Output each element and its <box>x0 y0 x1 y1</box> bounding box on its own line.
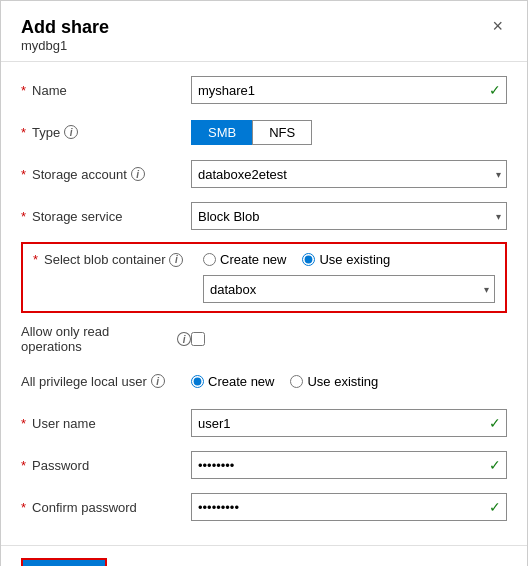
blob-container-info-icon: i <box>169 253 183 267</box>
blob-container-row: * Select blob container i Create new Use… <box>33 252 495 267</box>
storage-service-select[interactable]: Block Blob <box>191 202 507 230</box>
privilege-radio-group: Create new Use existing <box>191 374 507 389</box>
allow-read-checkbox[interactable] <box>191 332 205 346</box>
blob-create-new-option[interactable]: Create new <box>203 252 286 267</box>
username-checkmark: ✓ <box>489 415 501 431</box>
storage-account-control: databoxe2etest ▾ <box>191 160 507 188</box>
confirm-password-input-wrapper: ✓ <box>191 493 507 521</box>
confirm-password-checkmark: ✓ <box>489 499 501 515</box>
privilege-use-existing-option[interactable]: Use existing <box>290 374 378 389</box>
name-control: ✓ <box>191 76 507 104</box>
password-row: * Password ✓ <box>21 449 507 481</box>
privilege-use-existing-radio[interactable] <box>290 375 303 388</box>
required-star-cpw: * <box>21 500 26 515</box>
storage-service-select-wrapper: Block Blob ▾ <box>191 202 507 230</box>
required-star-un: * <box>21 416 26 431</box>
confirm-password-row: * Confirm password ✓ <box>21 491 507 523</box>
storage-service-control: Block Blob ▾ <box>191 202 507 230</box>
type-info-icon: i <box>64 125 78 139</box>
storage-account-row: * Storage account i databoxe2etest ▾ <box>21 158 507 190</box>
privilege-user-label: All privilege local user i <box>21 374 191 389</box>
allow-read-label: Allow only read operations i <box>21 324 191 354</box>
dialog-subtitle: mydbg1 <box>21 38 109 53</box>
add-share-dialog: Add share mydbg1 × * Name ✓ * Type <box>0 0 528 566</box>
blob-container-label: * Select blob container i <box>33 252 203 267</box>
storage-account-label: * Storage account i <box>21 167 191 182</box>
blob-use-existing-option[interactable]: Use existing <box>302 252 390 267</box>
name-checkmark: ✓ <box>489 82 501 98</box>
close-button[interactable]: × <box>488 17 507 35</box>
username-input[interactable] <box>191 409 507 437</box>
storage-service-label: * Storage service <box>21 209 191 224</box>
username-input-wrapper: ✓ <box>191 409 507 437</box>
password-input[interactable] <box>191 451 507 479</box>
type-toggle: SMB NFS <box>191 120 507 145</box>
name-label: * Name <box>21 83 191 98</box>
storage-account-select[interactable]: databoxe2etest <box>191 160 507 188</box>
blob-dropdown-select[interactable]: databox <box>203 275 495 303</box>
username-label: * User name <box>21 416 191 431</box>
nfs-button[interactable]: NFS <box>252 120 312 145</box>
blob-dropdown-wrapper: databox ▾ <box>203 275 495 303</box>
username-row: * User name ✓ <box>21 407 507 439</box>
confirm-password-control: ✓ <box>191 493 507 521</box>
name-input-wrapper: ✓ <box>191 76 507 104</box>
dialog-title-block: Add share mydbg1 <box>21 17 109 53</box>
name-input[interactable] <box>191 76 507 104</box>
confirm-password-input[interactable] <box>191 493 507 521</box>
privilege-user-row: All privilege local user i Create new Us… <box>21 365 507 397</box>
privilege-create-new-option[interactable]: Create new <box>191 374 274 389</box>
blob-use-existing-radio[interactable] <box>302 253 315 266</box>
blob-create-new-radio[interactable] <box>203 253 216 266</box>
create-button[interactable]: Create <box>21 558 107 566</box>
privilege-user-info-icon: i <box>151 374 165 388</box>
smb-button[interactable]: SMB <box>191 120 252 145</box>
password-checkmark: ✓ <box>489 457 501 473</box>
password-label: * Password <box>21 458 191 473</box>
dialog-header: Add share mydbg1 × <box>1 1 527 62</box>
password-control: ✓ <box>191 451 507 479</box>
required-star-ss: * <box>21 209 26 224</box>
privilege-create-new-radio[interactable] <box>191 375 204 388</box>
blob-dropdown-row: databox ▾ <box>33 275 495 303</box>
blob-container-section: * Select blob container i Create new Use… <box>21 242 507 313</box>
required-star-sa: * <box>21 167 26 182</box>
type-row: * Type i SMB NFS <box>21 116 507 148</box>
required-star-pw: * <box>21 458 26 473</box>
storage-account-info-icon: i <box>131 167 145 181</box>
dialog-footer: Create <box>1 545 527 566</box>
allow-read-info-icon: i <box>177 332 191 346</box>
required-star-type: * <box>21 125 26 140</box>
password-input-wrapper: ✓ <box>191 451 507 479</box>
type-toggle-group: SMB NFS <box>191 120 507 145</box>
username-control: ✓ <box>191 409 507 437</box>
required-star: * <box>21 83 26 98</box>
required-star-bc: * <box>33 252 38 267</box>
blob-radio-group: Create new Use existing <box>203 252 495 267</box>
dialog-title: Add share <box>21 17 109 38</box>
name-row: * Name ✓ <box>21 74 507 106</box>
confirm-password-label: * Confirm password <box>21 500 191 515</box>
storage-account-select-wrapper: databoxe2etest ▾ <box>191 160 507 188</box>
dialog-body: * Name ✓ * Type i SMB NFS <box>1 62 527 545</box>
allow-read-control <box>191 332 507 346</box>
type-label: * Type i <box>21 125 191 140</box>
allow-read-row: Allow only read operations i <box>21 323 507 355</box>
storage-service-row: * Storage service Block Blob ▾ <box>21 200 507 232</box>
